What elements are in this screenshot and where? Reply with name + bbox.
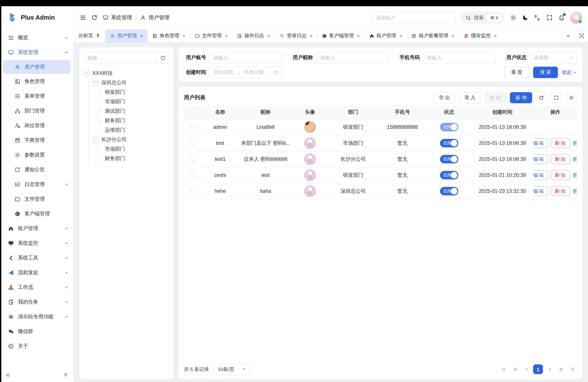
last-page-icon[interactable] bbox=[567, 364, 577, 374]
table-refresh-icon[interactable] bbox=[535, 92, 547, 104]
sidebar-item-file-mgmt[interactable]: 文件管理 bbox=[0, 192, 74, 207]
sidebar-item-demo-features[interactable]: 演示站专用功能 bbox=[0, 309, 74, 324]
delete-row-button[interactable]: 删 除 bbox=[551, 170, 570, 180]
notifications-bell-icon[interactable] bbox=[558, 14, 565, 21]
sidebar-item-system-mgmt[interactable]: 系统管理 bbox=[0, 45, 74, 60]
sidebar-item-overview[interactable]: 概览 bbox=[0, 30, 74, 45]
tenant-select-input[interactable] bbox=[372, 11, 455, 24]
settings-gear-icon[interactable] bbox=[510, 14, 516, 21]
close-icon[interactable]: × bbox=[225, 33, 228, 39]
page-size-select[interactable]: 10条/页 bbox=[213, 363, 250, 375]
tab-tenant-mgmt[interactable]: 租户管理 × bbox=[364, 29, 407, 42]
sidebar-item-tenant-mgmt[interactable]: 租户管理 bbox=[0, 221, 74, 236]
filter-phone-input[interactable] bbox=[423, 52, 496, 64]
filter-date-range-input[interactable]: 开始日期 → 结束日期 bbox=[210, 67, 282, 78]
tree-refresh-icon[interactable] bbox=[156, 52, 168, 64]
first-page-icon[interactable] bbox=[499, 364, 509, 374]
pin-icon[interactable] bbox=[95, 33, 101, 38]
status-toggle[interactable]: 启用 bbox=[440, 123, 458, 131]
tab-login-log[interactable]: 登录日志 × bbox=[275, 29, 317, 42]
close-icon[interactable]: × bbox=[267, 33, 270, 39]
status-toggle[interactable]: 启用 bbox=[440, 139, 458, 147]
sidebar-item-param-settings[interactable]: 参数设置 bbox=[0, 148, 74, 162]
sidebar-item-menu-mgmt[interactable]: 菜单管理 bbox=[0, 89, 74, 104]
sidebar-item-dict-mgmt[interactable]: 字典管理 bbox=[0, 133, 74, 148]
fullscreen-icon[interactable] bbox=[546, 14, 553, 21]
edit-button[interactable]: 编 辑 bbox=[533, 186, 548, 196]
content-fullscreen-icon[interactable] bbox=[575, 29, 588, 42]
status-toggle[interactable]: 启用 bbox=[440, 187, 458, 195]
tree-node-leaf[interactable]: 运维部门 bbox=[98, 126, 169, 135]
pin-layout-icon[interactable] bbox=[63, 373, 68, 378]
table-fullscreen-icon[interactable] bbox=[550, 92, 562, 104]
tree-expander-icon[interactable]: − bbox=[84, 71, 89, 76]
tab-role-mgmt[interactable]: 角色管理 × bbox=[148, 29, 190, 42]
tab-list-chevron-icon[interactable] bbox=[561, 29, 575, 42]
next-ten-pages-icon[interactable] bbox=[556, 364, 566, 374]
edit-button[interactable]: 编 辑 bbox=[533, 138, 548, 148]
row-checkbox[interactable] bbox=[189, 140, 195, 146]
table-settings-gear-icon[interactable] bbox=[566, 92, 577, 104]
tree-node-leaf[interactable]: 市场部门 bbox=[98, 97, 169, 106]
global-search-button[interactable]: 搜索 ⌘ K bbox=[461, 11, 504, 24]
tab-file-mgmt[interactable]: 文件管理 × bbox=[190, 29, 232, 42]
tree-node-leaf[interactable]: 财务部门 bbox=[98, 116, 169, 126]
refresh-page-icon[interactable] bbox=[91, 14, 98, 21]
filter-status-select[interactable]: 请选择 bbox=[530, 52, 577, 64]
edit-button[interactable]: 编 辑 bbox=[533, 154, 548, 164]
collapse-sidebar-icon[interactable] bbox=[5, 373, 10, 378]
import-button[interactable]: 导 入 bbox=[459, 92, 481, 103]
export-button[interactable]: 导 出 bbox=[433, 92, 456, 103]
tree-expander-icon[interactable]: − bbox=[93, 80, 98, 85]
tree-node-branch[interactable]: −长沙分公司 bbox=[93, 135, 169, 145]
select-all-checkbox[interactable] bbox=[189, 109, 195, 115]
sidebar-item-dept-mgmt[interactable]: 部门管理 bbox=[0, 104, 74, 118]
prev-page-icon[interactable] bbox=[522, 364, 531, 374]
tree-node-leaf[interactable]: 市场部门 bbox=[98, 145, 169, 154]
sidebar-item-wechat-group[interactable]: 微信群 bbox=[0, 324, 74, 339]
more-link[interactable]: 更多 bbox=[572, 188, 577, 194]
tab-tenant-package-mgmt[interactable]: 租户套餐管理 × bbox=[407, 29, 459, 42]
sidebar-item-workflow[interactable]: 工作流 bbox=[0, 280, 74, 295]
tree-node-root[interactable]: −XXX科技 bbox=[84, 69, 169, 78]
close-icon[interactable]: × bbox=[357, 33, 360, 39]
edit-button[interactable]: 编 辑 bbox=[533, 170, 548, 180]
tab-client-mgmt[interactable]: 客户端管理 × bbox=[317, 29, 365, 42]
add-button[interactable]: 新 增 bbox=[510, 92, 532, 103]
delete-row-button[interactable]: 删 除 bbox=[551, 138, 570, 148]
collapse-filters-link[interactable]: 收起 bbox=[562, 69, 577, 75]
filter-account-input[interactable] bbox=[210, 52, 282, 64]
tab-cache-monitor[interactable]: 缓存监控 × bbox=[459, 29, 502, 42]
delete-row-button[interactable]: 删 除 bbox=[551, 186, 570, 196]
close-icon[interactable]: × bbox=[494, 33, 497, 39]
user-avatar[interactable] bbox=[570, 12, 582, 23]
hamburger-icon[interactable] bbox=[80, 14, 86, 21]
status-toggle[interactable]: 启用 bbox=[440, 155, 458, 163]
row-checkbox[interactable] bbox=[189, 172, 195, 178]
tab-user-mgmt[interactable]: 用户管理 × bbox=[105, 29, 148, 42]
sidebar-item-system-monitor[interactable]: 系统监控 bbox=[0, 236, 74, 251]
close-icon[interactable]: × bbox=[310, 33, 313, 39]
breadcrumb-root[interactable]: 系统管理 bbox=[111, 14, 132, 21]
status-toggle[interactable]: 启用 bbox=[440, 171, 458, 179]
row-checkbox[interactable] bbox=[189, 156, 195, 162]
search-button[interactable]: 搜 索 bbox=[533, 67, 558, 78]
more-link[interactable]: 更多 bbox=[572, 172, 577, 178]
sidebar-item-client-mgmt[interactable]: 客户端管理 bbox=[0, 207, 74, 221]
sidebar-item-user-mgmt[interactable]: 用户管理 bbox=[3, 60, 71, 74]
sidebar-item-log-mgmt[interactable]: 日志管理 bbox=[0, 177, 74, 192]
tree-expander-icon[interactable]: − bbox=[93, 137, 98, 143]
brand-logo-row[interactable]: Plus Admin bbox=[0, 6, 74, 29]
sidebar-item-my-tasks[interactable]: 我的任务 bbox=[0, 295, 74, 309]
tab-analysis[interactable]: 分析页 bbox=[74, 29, 105, 42]
close-icon[interactable]: × bbox=[452, 33, 455, 39]
next-page-icon[interactable] bbox=[545, 364, 554, 374]
tree-node-leaf[interactable]: 测试部门 bbox=[98, 106, 169, 116]
row-checkbox[interactable] bbox=[189, 188, 195, 194]
sidebar-item-notice[interactable]: 通知公告 bbox=[0, 162, 74, 177]
tree-node-branch[interactable]: −深圳总公司 bbox=[93, 78, 169, 87]
tree-search-input[interactable] bbox=[84, 52, 156, 64]
more-link[interactable]: 更多 bbox=[572, 156, 577, 162]
sidebar-item-about[interactable]: 关于 bbox=[0, 339, 74, 354]
filter-nickname-input[interactable] bbox=[316, 52, 389, 64]
